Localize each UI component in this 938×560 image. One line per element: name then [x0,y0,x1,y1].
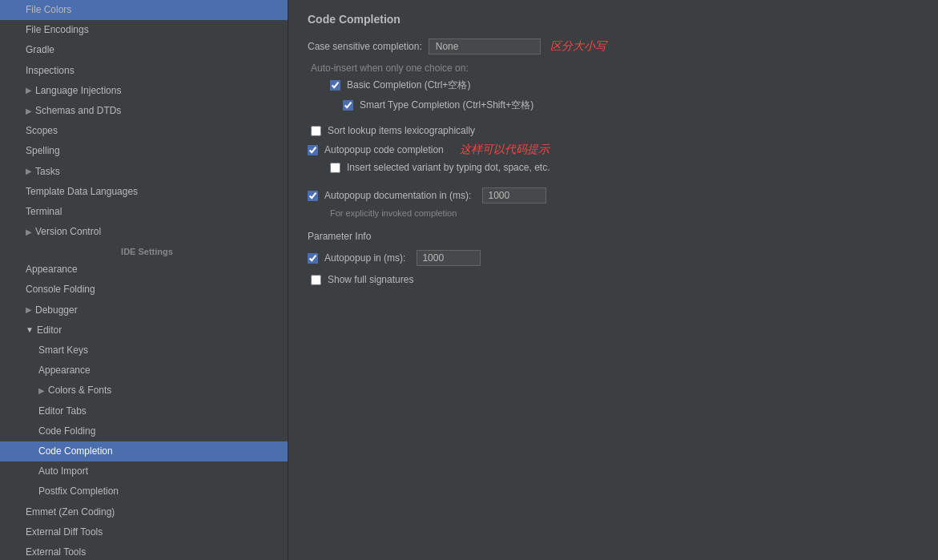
sidebar-item-label: Scopes [26,123,58,139]
arrow-icon: ▶ [38,385,45,397]
sort-lookup-checkbox[interactable] [311,126,321,136]
sidebar-item-code-completion[interactable]: Code Completion [0,441,288,461]
autopopup-in-row: Autopopup in (ms): [308,250,919,266]
sidebar-item-editor-appearance[interactable]: Appearance [0,361,288,381]
sidebar-item-label: Spelling [26,143,60,159]
autopopup-doc-hint: For explicitly invoked completion [308,208,919,218]
sidebar-item-label: Version Control [35,224,101,240]
sidebar-item-console-folding[interactable]: Console Folding [0,280,288,300]
param-info-section: Parameter Info Autopopup in (ms): Show f… [308,231,919,285]
sidebar-item-auto-import[interactable]: Auto Import [0,461,288,481]
sidebar-item-label: Code Folding [38,424,95,439]
red-note-1: 区分大小写 [550,39,606,54]
case-sensitive-dropdown[interactable]: NoneFirst letterAll [429,38,541,54]
sidebar-item-label: Editor Tabs [38,404,87,419]
sidebar-item-language-injections[interactable]: ▶ Language Injections [0,81,288,101]
autopopup-code-checkbox[interactable] [308,145,318,155]
sort-lookup-row: Sort lookup items lexicographically [308,125,919,136]
case-sensitive-dropdown-wrapper: NoneFirst letterAll [429,38,541,54]
sidebar-item-label: File Encodings [26,22,89,38]
sidebar-item-label: Tasks [35,164,60,179]
sidebar-item-label: Appearance [38,363,91,378]
sidebar-item-label: Debugger [35,303,78,318]
sidebar-item-schemas-dtds[interactable]: ▶ Schemas and DTDs [0,101,288,121]
sidebar-item-spelling[interactable]: Spelling [0,141,288,161]
sidebar-item-code-folding[interactable]: Code Folding [0,421,288,441]
page-title: Code Completion [308,13,919,26]
case-sensitive-label: Case sensitive completion: [308,41,422,52]
sidebar-item-tasks[interactable]: ▶ Tasks [0,162,288,182]
smart-type-completion-checkbox[interactable] [343,100,353,111]
content-panel: Code Completion Case sensitive completio… [288,0,938,560]
autopopup-in-label: Autopopup in (ms): [324,252,405,264]
sidebar-item-label: External Diff Tools [26,525,103,540]
sidebar-item-label: File Colors [26,2,71,18]
arrow-expanded-icon: ▼ [26,324,34,336]
red-note-2: 这样可以代码提示 [460,143,550,157]
sidebar-item-label: Language Injections [35,83,121,99]
sidebar-item-inspections[interactable]: Inspections [0,61,288,81]
autopopup-code-label: Autopopup code completion [324,144,444,155]
sidebar-item-emmet[interactable]: Emmet (Zen Coding) [0,502,288,522]
auto-insert-label: Auto-insert when only one choice on: [308,62,919,74]
smart-type-completion-label: Smart Type Completion (Ctrl+Shift+空格) [360,99,533,112]
sort-lookup-label: Sort lookup items lexicographically [328,125,475,136]
insert-selected-row: Insert selected variant by typing dot, s… [308,162,919,173]
sidebar-item-colors-fonts[interactable]: ▶ Colors & Fonts [0,381,288,401]
autopopup-in-input[interactable] [417,250,481,266]
param-info-title: Parameter Info [308,231,919,242]
ide-settings-header: IDE Settings [0,242,288,260]
sidebar-item-version-control[interactable]: ▶ Version Control [0,222,288,242]
sidebar-item-label: Appearance [26,262,78,277]
autopopup-doc-row: Autopopup documentation in (ms): [308,187,919,203]
show-full-sig-checkbox[interactable] [311,275,321,285]
settings-sidebar: File Colors File Encodings Gradle Inspec… [0,0,288,560]
sidebar-item-scopes[interactable]: Scopes [0,121,288,141]
case-sensitive-row: Case sensitive completion: NoneFirst let… [308,38,919,54]
sidebar-item-file-colors[interactable]: File Colors [0,0,288,20]
arrow-icon: ▶ [26,105,32,118]
insert-selected-checkbox[interactable] [330,163,340,173]
sidebar-item-file-encodings[interactable]: File Encodings [0,20,288,40]
sidebar-item-gradle[interactable]: Gradle [0,40,288,60]
autopopup-doc-label: Autopopup documentation in (ms): [324,190,471,201]
sidebar-item-label: Console Folding [26,282,95,297]
sidebar-item-label: Code Completion [38,444,113,459]
sidebar-item-label: Postfix Completion [38,484,119,499]
sidebar-item-template-data-languages[interactable]: Template Data Languages [0,182,288,202]
sidebar-item-postfix-completion[interactable]: Postfix Completion [0,481,288,502]
sidebar-item-external-tools[interactable]: External Tools [0,542,288,560]
sidebar-item-debugger[interactable]: ▶ Debugger [0,300,288,320]
sidebar-item-terminal[interactable]: Terminal [0,202,288,222]
sidebar-item-smart-keys[interactable]: Smart Keys [0,340,288,361]
sidebar-item-editor-tabs[interactable]: Editor Tabs [0,401,288,421]
sidebar-item-label: Editor [37,323,62,338]
arrow-icon: ▶ [26,304,32,316]
sidebar-item-label: Terminal [26,204,62,220]
basic-completion-row: Basic Completion (Ctrl+空格) [308,79,919,92]
insert-selected-label: Insert selected variant by typing dot, s… [347,162,550,173]
sidebar-item-label: External Tools [26,545,86,560]
sidebar-item-label: Gradle [26,42,54,58]
autopopup-doc-input[interactable] [482,187,546,203]
basic-completion-label: Basic Completion (Ctrl+空格) [347,79,470,92]
auto-insert-section: Auto-insert when only one choice on: Bas… [308,62,919,112]
show-full-sig-row: Show full signatures [308,274,919,285]
sidebar-item-external-diff-tools[interactable]: External Diff Tools [0,522,288,542]
arrow-icon: ▶ [26,165,32,178]
sidebar-item-editor[interactable]: ▼ Editor [0,320,288,340]
sidebar-item-label: Smart Keys [38,343,88,358]
sidebar-item-appearance[interactable]: Appearance [0,260,288,280]
arrow-icon: ▶ [26,84,32,97]
autopopup-code-row: Autopopup code completion 这样可以代码提示 [308,143,919,157]
basic-completion-checkbox[interactable] [330,80,340,91]
show-full-sig-label: Show full signatures [328,274,413,285]
sidebar-item-label: Auto Import [38,464,88,479]
smart-type-completion-row: Smart Type Completion (Ctrl+Shift+空格) [308,99,919,112]
sidebar-item-label: Colors & Fonts [48,383,111,398]
arrow-icon: ▶ [26,226,32,239]
autopopup-doc-checkbox[interactable] [308,191,318,201]
autopopup-in-checkbox[interactable] [308,253,318,264]
sidebar-item-label: Inspections [26,63,74,79]
sidebar-item-label: Schemas and DTDs [35,103,121,119]
